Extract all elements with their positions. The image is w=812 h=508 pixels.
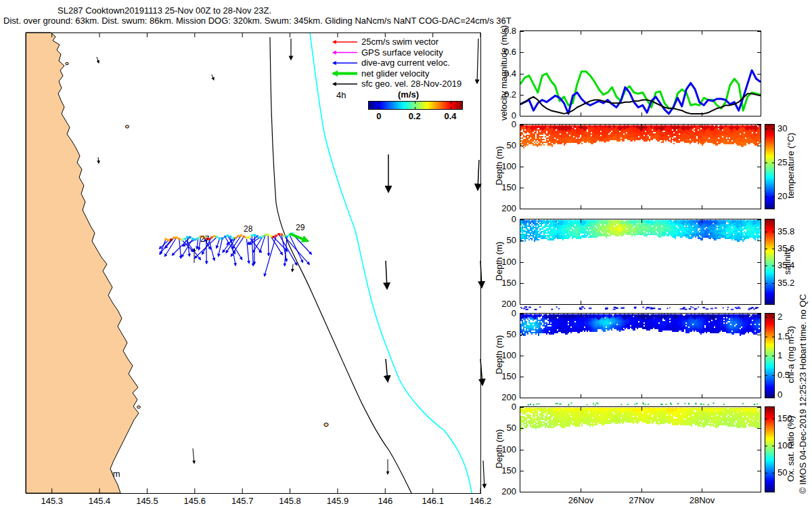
geo-velocity-arrow <box>483 461 484 488</box>
colorbar-chl-a (mg m-3) <box>765 313 775 398</box>
date-tick-label: 26Nov <box>563 495 598 505</box>
geo-velocity-arrow <box>193 448 194 463</box>
panel-canvas-1 <box>520 124 761 209</box>
colorbar-tick-label: 1 <box>777 350 782 360</box>
geo-velocity-arrow <box>212 75 214 80</box>
glider-mission-figure: { "title": "SL287 Cooktown20191113 25-No… <box>0 0 812 508</box>
dive-number-label: 27 <box>200 234 210 244</box>
colorbar-salinity <box>765 219 775 305</box>
colorbar-label: Ox. sat. ratio (%) <box>786 394 796 503</box>
date-tick-label: 27Nov <box>624 495 659 505</box>
legend-entry-label: dive-avg current veloc. <box>361 58 450 68</box>
legend-entry-label: net glider velocity <box>361 68 429 79</box>
geo-velocity-arrow <box>386 359 388 381</box>
map-x-tick-label: 146.1 <box>418 496 448 506</box>
qc-markers-salinity <box>520 305 761 311</box>
map-x-tick-label: 145.5 <box>132 496 162 506</box>
dive-number-label: 29 <box>296 223 305 232</box>
colorbar-label: chl-a (mg m-3) <box>786 301 796 409</box>
legend-colorbar <box>368 101 463 110</box>
island <box>324 423 328 426</box>
geo-velocity-arrow <box>292 264 293 272</box>
map-x-tick-label: 145.3 <box>37 496 67 506</box>
colorbar-temperature (°C) <box>765 124 775 209</box>
colorbar-Ox. sat. ratio (%) <box>765 406 775 492</box>
island <box>125 125 129 128</box>
dive-number-label: 28 <box>244 224 253 234</box>
legend-entry-label: GPS surface velocity <box>361 47 443 58</box>
legend-entry-label: 25cm/s swim vector <box>361 37 438 47</box>
geo-velocity-arrow <box>478 160 479 190</box>
geo-velocity-arrow <box>477 39 478 83</box>
colorbar-tick-label: 2 <box>777 312 782 322</box>
qc-markers-chl <box>520 401 761 406</box>
colorbar-tick-label: 0 <box>777 389 782 400</box>
map-x-tick-label: 146 <box>370 496 400 506</box>
date-tick-label: 28Nov <box>684 495 719 505</box>
geo-velocity-arrow <box>97 57 99 63</box>
panel-canvas-2 <box>520 219 761 305</box>
geo-velocity-arrow <box>98 157 99 163</box>
map-x-tick-label: 145.9 <box>323 496 353 506</box>
map-x-tick-label: 145.7 <box>227 496 257 506</box>
colorbar-label: temperature (°C) <box>786 112 796 220</box>
map-x-tick-label: 145.6 <box>180 496 210 506</box>
colorbar-label: salinity <box>782 207 792 315</box>
panel-canvas-0 <box>520 30 761 117</box>
island <box>66 62 68 65</box>
glider-track-dives <box>164 232 293 241</box>
island <box>137 406 141 408</box>
panel-canvas-3 <box>520 313 761 398</box>
map-y-tick-label: -15.6 <box>0 0 23 2</box>
panel-canvas-4 <box>520 406 761 492</box>
legend-entry-label: sfc geo. vel. 28-Nov-2019 <box>361 79 461 89</box>
map-x-tick-label: 145.8 <box>275 496 305 506</box>
legend-colorbar-tick-label: 0.2 <box>405 111 425 121</box>
depth-ylabel: Depth (m) <box>494 381 504 508</box>
legend-colorbar-tick-label: 0 <box>369 111 389 121</box>
land-polygon <box>26 33 139 493</box>
map-x-tick-label: 145.4 <box>85 496 114 506</box>
legend-colorbar-tick-label: 0.4 <box>441 111 461 121</box>
geo-velocity-arrow <box>386 261 387 289</box>
map-x-tick-label: 146.2 <box>466 496 495 506</box>
